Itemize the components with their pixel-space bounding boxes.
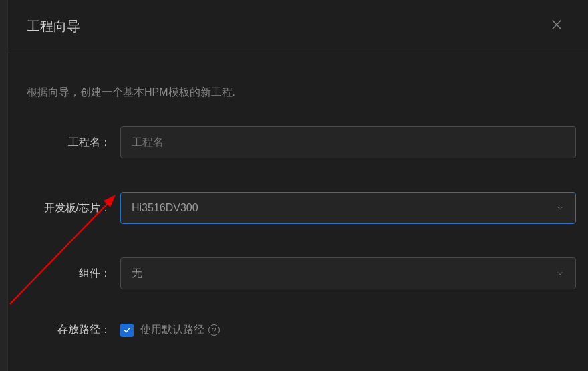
- storage-path-row: 存放路径： 使用默认路径 ?: [20, 323, 576, 337]
- default-path-checkbox[interactable]: [120, 324, 134, 337]
- help-icon[interactable]: ?: [208, 324, 220, 336]
- board-chip-label: 开发板/芯片：: [20, 201, 120, 215]
- close-button[interactable]: [544, 13, 569, 39]
- chevron-down-icon: [555, 269, 565, 278]
- project-wizard-modal: 工程向导 根据向导，创建一个基本HPM模板的新工程. 工程名： 开发板/芯片： …: [8, 0, 588, 371]
- default-path-label: 使用默认路径 ?: [140, 323, 220, 337]
- storage-path-label: 存放路径：: [20, 323, 120, 337]
- components-value: 无: [132, 267, 142, 281]
- modal-title: 工程向导: [27, 17, 80, 35]
- components-select[interactable]: 无: [120, 257, 576, 289]
- board-chip-select[interactable]: Hi3516DV300: [120, 192, 576, 224]
- board-chip-row: 开发板/芯片： Hi3516DV300: [20, 192, 576, 224]
- project-name-input[interactable]: [120, 126, 576, 158]
- board-chip-value: Hi3516DV300: [132, 202, 198, 214]
- project-name-row: 工程名：: [20, 126, 576, 158]
- modal-header: 工程向导: [8, 0, 588, 53]
- chevron-down-icon: [555, 203, 565, 213]
- components-label: 组件：: [20, 267, 120, 281]
- components-row: 组件： 无: [20, 257, 576, 289]
- wizard-description: 根据向导，创建一个基本HPM模板的新工程.: [20, 86, 576, 100]
- project-name-label: 工程名：: [20, 136, 120, 150]
- modal-body: 根据向导，创建一个基本HPM模板的新工程. 工程名： 开发板/芯片： Hi351…: [8, 53, 588, 337]
